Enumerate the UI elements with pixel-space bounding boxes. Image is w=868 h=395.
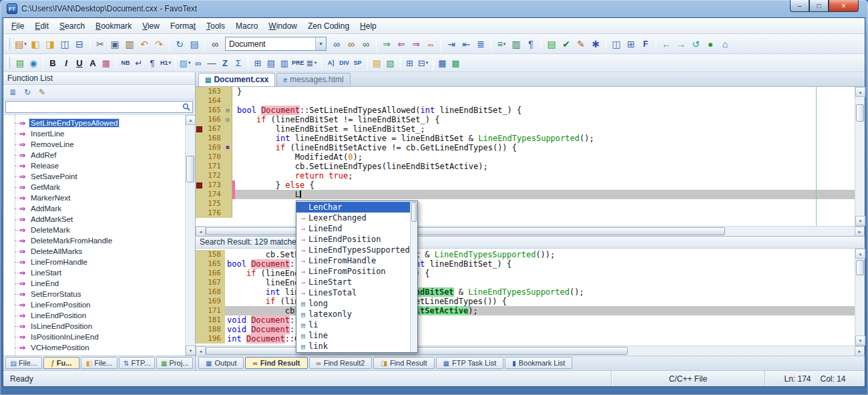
code-line-172[interactable]: 172 return true; [196, 171, 855, 180]
back-icon[interactable]: ← [659, 37, 674, 51]
scroll-thumb[interactable] [856, 260, 864, 275]
script-icon[interactable]: ▤ [371, 56, 384, 70]
autocomplete-item[interactable]: ▤li [296, 319, 410, 330]
bookmark-toggle-icon[interactable]: ⇒ [379, 37, 394, 51]
autocomplete-item[interactable]: ▤line [296, 330, 410, 341]
fullscreen-icon[interactable]: F [638, 37, 653, 51]
autocomplete-item[interactable]: ⇒LexerChanged [296, 213, 410, 223]
nbsp-icon[interactable]: NB [119, 56, 132, 70]
photo-icon[interactable]: ▩ [449, 56, 463, 70]
browser-preview-icon[interactable]: ◉ [27, 56, 40, 70]
autocomplete-item[interactable]: ⇒LineFromHandle [296, 255, 410, 266]
tab-messages-html[interactable]: emessages.html [276, 73, 350, 86]
hr-icon[interactable]: — [205, 56, 218, 70]
forward-icon[interactable]: → [674, 37, 688, 51]
bookmark-clear-icon[interactable]: ⇔ [423, 37, 438, 51]
menu-item-macro[interactable]: Macro [230, 19, 263, 33]
scroll-thumb[interactable] [206, 227, 725, 235]
table-row-icon[interactable]: ▤ [264, 56, 278, 70]
function-item[interactable]: ⇒RemoveLine [3, 139, 185, 150]
view-file-icon[interactable]: ▤ [187, 37, 202, 51]
file-browser-tab[interactable]: ◧File... [81, 357, 118, 369]
menu-item-format[interactable]: Format [165, 19, 201, 33]
span-tag-icon[interactable]: SP [351, 56, 365, 70]
outdent-icon[interactable]: ⇤ [459, 37, 473, 51]
menu-item-tools[interactable]: Tools [201, 19, 230, 33]
menu-item-edit[interactable]: Edit [29, 19, 54, 33]
autocomplete-item[interactable]: ▤long [296, 298, 410, 309]
zen-icon[interactable]: Z [218, 56, 232, 70]
project-tab[interactable]: ▦Proj... [156, 357, 193, 369]
open-folder-icon[interactable]: ◧ [28, 37, 43, 51]
split-window-icon[interactable]: ◫ [609, 37, 624, 51]
code-line-165[interactable]: 165⊟bool Document::SetLineEndTypesAllowe… [196, 106, 855, 115]
recent-icon[interactable]: ↺ [688, 37, 703, 51]
indent-icon[interactable]: ⇥ [444, 37, 459, 51]
grid-icon[interactable]: ⊞ [403, 56, 417, 70]
heading-icon-dropdown-arrow[interactable]: ▾ [169, 60, 172, 65]
scroll-right-icon[interactable]: ► [855, 227, 865, 237]
function-list-scrollbar[interactable]: ▲ ▼ [185, 115, 195, 356]
maximize-button[interactable]: □ [809, 0, 829, 12]
code-line-188[interactable]: 188void Document::TentativeUndo() { [196, 325, 855, 334]
div-tag-icon[interactable]: DIV [338, 56, 351, 70]
menu-item-file[interactable]: File [6, 19, 29, 33]
function-item[interactable]: ⇒LineFromPosition [3, 299, 185, 310]
scroll-left-icon[interactable]: ◄ [196, 227, 206, 237]
home-icon[interactable]: ⌂ [718, 37, 732, 51]
code-line-166[interactable]: 166 if (lineEndBitSet != lineEndBitSet_)… [196, 269, 855, 278]
function-item[interactable]: ⇒AddMark [3, 203, 185, 214]
search-vertical-scrollbar[interactable]: ▲ ▼ [855, 249, 865, 346]
paragraph-icon[interactable]: ¶ [146, 56, 159, 70]
list-icon[interactable]: ≣▾ [305, 56, 318, 70]
function-item[interactable]: ⇒SetErrorStatus [3, 289, 185, 299]
function-item[interactable]: ⇒LineEndPosition [3, 310, 185, 321]
code-line-167[interactable]: 167 lineEndBitSet = lineEndBitSet_; [196, 278, 855, 287]
menu-item-search[interactable]: Search [54, 19, 90, 33]
table-col-icon[interactable]: ▥ [278, 56, 291, 70]
open-file-icon[interactable]: ◨ [43, 37, 57, 51]
title-bar[interactable]: FT C:\Users\IVAN\Desktop\Document.cxx - … [3, 0, 865, 17]
refresh-icon[interactable]: ↻ [21, 86, 34, 98]
html-new-icon[interactable]: ▤ [13, 56, 27, 70]
autocomplete-item[interactable]: ⇒LineEndTypesSupported [296, 245, 410, 255]
document-type-combobox[interactable]: Document▾ [225, 37, 327, 51]
find-mark-icon[interactable]: ∞ [359, 37, 373, 51]
menu-item-zen-coding[interactable]: Zen Coding [302, 19, 355, 33]
function-item[interactable]: ⇒AddRef [3, 150, 185, 160]
menu-item-bookmark[interactable]: Bookmark [90, 19, 137, 33]
scroll-track[interactable] [186, 125, 195, 346]
find-result-tab[interactable]: ∞Find Result [245, 357, 307, 369]
code-line-164[interactable]: 164 [196, 96, 855, 106]
editor-vertical-scrollbar[interactable]: ▲ ▼ [855, 87, 865, 226]
bookmark-list-tab[interactable]: ▮Bookmark List [505, 357, 572, 369]
undo-icon[interactable]: ↶ [137, 37, 152, 51]
autocomplete-item[interactable]: ▤latexonly [296, 309, 410, 319]
snippet-icon[interactable]: ▤ [544, 37, 559, 51]
font-tag-icon[interactable]: A] [324, 56, 338, 70]
code-line-163[interactable]: 163} [196, 87, 855, 96]
autocomplete-scroll-thumb[interactable] [411, 202, 417, 222]
menu-item-view[interactable]: View [137, 19, 165, 33]
palette-icon[interactable]: ▦ [99, 56, 113, 70]
new-file-icon[interactable]: ▤▾ [13, 37, 28, 51]
function-item[interactable]: ⇒DeleteMark [3, 225, 185, 235]
autocomplete-item[interactable]: ⇒LineEnd [296, 223, 410, 234]
autocomplete-item[interactable]: ⇒LineStart [296, 277, 410, 287]
function-item[interactable]: ⇒IsLineEndPosition [3, 321, 185, 332]
copy-icon[interactable]: ▣ [107, 37, 122, 51]
function-filter-input[interactable] [6, 102, 180, 112]
code-line-181[interactable]: 181void Document::SetSavePoint() { [196, 315, 855, 325]
scroll-right-icon[interactable]: ► [855, 346, 865, 356]
highlight-icon[interactable]: ✎ [574, 37, 588, 51]
word-wrap-icon[interactable]: ¶ [523, 37, 538, 51]
column-mode-icon[interactable]: ▥ [509, 37, 523, 51]
autocomplete-scrollbar[interactable] [410, 201, 417, 352]
scroll-thumb[interactable] [186, 156, 194, 182]
font-color-icon[interactable]: A [86, 56, 99, 70]
code-line-166[interactable]: 166⊟ if (lineEndBitSet != lineEndBitSet_… [196, 115, 855, 124]
menu-item-help[interactable]: Help [355, 19, 382, 33]
pre-tag-icon[interactable]: PRE [291, 56, 305, 70]
find-next-icon[interactable]: ∞ [329, 37, 344, 51]
search-icon[interactable] [180, 103, 192, 111]
